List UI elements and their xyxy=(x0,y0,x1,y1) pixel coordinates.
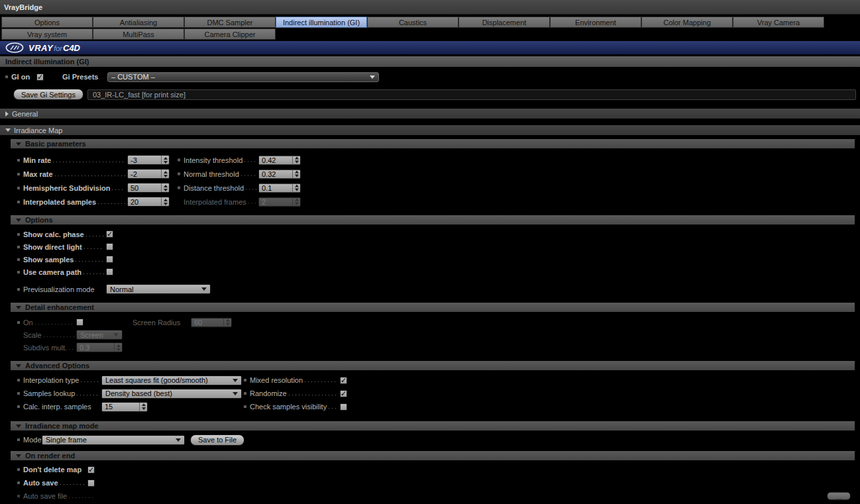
tab-multipass[interactable]: MultiPass xyxy=(93,28,184,40)
check-samples-visibility-checkbox[interactable] xyxy=(340,403,347,411)
tab-row-2: Vray system MultiPass Camera Clipper xyxy=(1,28,860,40)
min-rate-field[interactable]: -3 xyxy=(127,155,170,165)
subsection-options[interactable]: Options xyxy=(11,215,855,225)
interpolated-frames-group: Interpolated frames 2 xyxy=(178,197,301,207)
vrayforc4d-logo-icon xyxy=(5,42,24,53)
detail-scale-dropdown: Screen xyxy=(76,330,123,340)
auto-save-checkbox[interactable] xyxy=(87,479,95,487)
dotted-leader xyxy=(76,261,104,262)
show-samples-checkbox[interactable] xyxy=(106,256,113,263)
show-direct-light-checkbox[interactable] xyxy=(106,243,113,250)
chevron-down-icon xyxy=(233,379,238,382)
stepper[interactable] xyxy=(161,156,169,164)
param-dot xyxy=(17,379,20,381)
tab-vray-system[interactable]: Vray system xyxy=(1,28,93,40)
stepper xyxy=(114,343,122,352)
hemispheric-subdivision-field[interactable]: 50 xyxy=(127,183,170,193)
tab-indirect-illumination-gi[interactable]: Indirect illumination (GI) xyxy=(276,17,367,28)
vray-banner: VRAY for C4D xyxy=(0,41,860,54)
vraybridge-window: VrayBridge Options Antialiasing DMC Samp… xyxy=(0,0,860,504)
tab-displacement[interactable]: Displacement xyxy=(458,17,550,28)
param-dot xyxy=(17,405,20,408)
stepper[interactable] xyxy=(292,156,300,164)
dotted-leader xyxy=(98,203,125,204)
hemispheric-subdivision-label: Hemispheric Subdivision xyxy=(23,184,127,192)
interpolation-type-row: Interpolation type Least squares fit (go… xyxy=(0,374,860,387)
subsection-irradiance-map-mode[interactable]: Irradiance map mode xyxy=(11,421,855,430)
expanded-triangle-icon xyxy=(16,425,21,428)
dotted-leader xyxy=(44,336,74,337)
param-dot xyxy=(17,288,20,291)
dont-delete-map-checkbox[interactable]: ✓ xyxy=(87,466,95,474)
use-camera-path-label: Use camera path xyxy=(23,268,106,276)
subsection-detail-enhancement[interactable]: Detail enhancement xyxy=(11,303,855,312)
distance-threshold-field[interactable]: 0.1 xyxy=(258,183,301,193)
tab-dmc-sampler[interactable]: DMC Sampler xyxy=(184,17,276,28)
mixed-resolution-group: Mixed resolution ✓ xyxy=(244,376,347,384)
mode-dropdown[interactable]: Single frame xyxy=(42,435,185,445)
gi-on-checkbox[interactable]: ✓ xyxy=(36,74,44,81)
intensity-threshold-field[interactable]: 0.42 xyxy=(258,155,301,165)
distance-threshold-label: Distance threshold xyxy=(184,184,258,192)
mixed-resolution-checkbox[interactable]: ✓ xyxy=(340,377,347,384)
tab-caustics[interactable]: Caustics xyxy=(367,17,458,28)
collapsed-triangle-icon xyxy=(5,111,9,117)
normal-threshold-field[interactable]: 0.32 xyxy=(258,169,301,179)
detail-on-checkbox[interactable] xyxy=(76,319,83,326)
stepper[interactable] xyxy=(292,183,300,192)
use-camera-path-checkbox[interactable] xyxy=(106,268,113,276)
section-irradiance-map[interactable]: Irradiance Map xyxy=(0,125,860,135)
save-to-file-button[interactable]: Save to File xyxy=(190,434,244,446)
param-dot xyxy=(17,233,20,236)
stepper xyxy=(223,318,231,327)
hemispheric-subdivision-row: Hemispheric Subdivision 50 Distance thre… xyxy=(0,181,860,195)
stepper[interactable] xyxy=(292,170,300,178)
dotted-leader xyxy=(35,324,74,325)
tab-options[interactable]: Options xyxy=(1,17,93,28)
tab-vray-camera[interactable]: Vray Camera xyxy=(733,17,824,28)
check-samples-visibility-label: Check samples visibility xyxy=(250,403,340,411)
mixed-resolution-label: Mixed resolution xyxy=(250,376,340,384)
param-dot xyxy=(244,405,246,408)
samples-lookup-dropdown[interactable]: Density based (best) xyxy=(101,389,242,399)
vray-wordmark: VRAY for C4D xyxy=(28,43,80,53)
chevron-down-icon xyxy=(233,392,238,395)
interpolation-type-dropdown[interactable]: Least squares fit (good/smooth) xyxy=(101,376,242,385)
tab-color-mapping[interactable]: Color Mapping xyxy=(641,17,733,28)
randomize-checkbox[interactable]: ✓ xyxy=(340,390,347,397)
subdivs-mult-row: Subdivs mult. 0.3 xyxy=(0,341,860,354)
save-gi-settings-button[interactable]: Save Gi Settings xyxy=(13,89,83,100)
screen-radius-group: Screen Radius 60 xyxy=(133,317,232,327)
randomize-group: Randomize ✓ xyxy=(244,389,347,397)
max-rate-field[interactable]: -2 xyxy=(127,169,170,179)
calc-interp-samples-field[interactable]: 15 xyxy=(101,402,148,412)
tab-environment[interactable]: Environment xyxy=(550,17,641,28)
intensity-threshold-label: Intensity threshold xyxy=(184,156,258,164)
stepper[interactable] xyxy=(161,197,169,206)
dotted-leader xyxy=(329,408,338,409)
gi-on-row: GI on ✓ Gi Presets – CUSTOM – xyxy=(0,72,860,82)
show-direct-light-row: Show direct light xyxy=(0,240,860,253)
previsualization-mode-dropdown[interactable]: Normal xyxy=(106,284,211,294)
show-calc-phase-checkbox[interactable]: ✓ xyxy=(106,230,113,238)
subsection-advanced-options[interactable]: Advanced Options xyxy=(11,361,855,370)
calc-interp-samples-label: Calc. interp. samples xyxy=(23,403,101,411)
interpolated-samples-field[interactable]: 20 xyxy=(127,197,170,207)
tab-camera-clipper[interactable]: Camera Clipper xyxy=(184,28,276,40)
tab-antialiasing[interactable]: Antialiasing xyxy=(93,17,184,28)
show-samples-row: Show samples xyxy=(0,253,860,266)
param-dot xyxy=(17,246,20,248)
subsection-on-render-end[interactable]: On render end xyxy=(11,451,855,460)
gi-settings-filename-field[interactable]: 03_IR-LC_fast [for print size] xyxy=(87,89,856,100)
dotted-leader xyxy=(69,497,94,498)
randomize-label: Randomize xyxy=(250,389,340,397)
dotted-leader xyxy=(86,236,104,236)
gi-presets-dropdown[interactable]: – CUSTOM – xyxy=(107,72,379,82)
interpolated-frames-field: 2 xyxy=(258,197,301,207)
stepper[interactable] xyxy=(161,183,169,192)
subsection-basic-parameters[interactable]: Basic parameters xyxy=(11,139,855,148)
browse-file-button[interactable]: ... xyxy=(827,492,851,501)
stepper[interactable] xyxy=(139,403,147,411)
stepper[interactable] xyxy=(161,170,169,178)
section-general[interactable]: General xyxy=(0,109,860,119)
